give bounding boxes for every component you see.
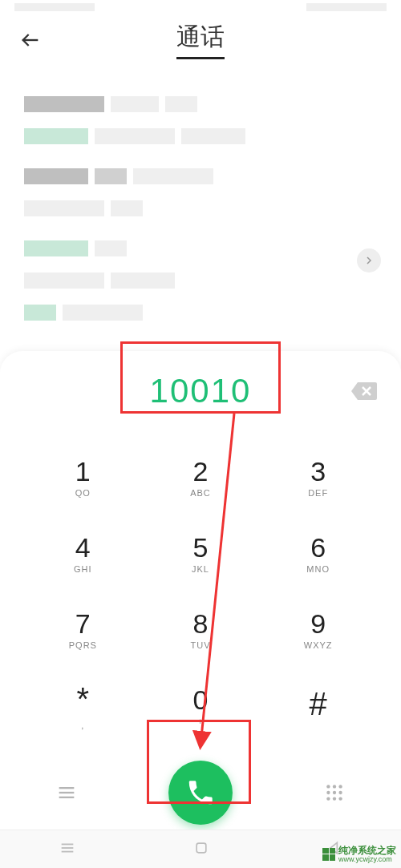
keypad: 1QO 2ABC 3DEF 4GHI 5JKL 6MNO 7PQRS 8TUV …: [0, 431, 401, 744]
watermark: 纯净系统之家 www.ycwjzy.com: [322, 846, 396, 863]
key-star[interactable]: *,: [24, 668, 142, 744]
key-1[interactable]: 1QO: [24, 439, 142, 515]
svg-point-13: [332, 797, 335, 800]
dialed-number-area: 10010: [0, 351, 401, 431]
svg-point-8: [338, 785, 342, 788]
call-list: [0, 88, 401, 353]
backspace-button[interactable]: [350, 381, 377, 402]
svg-rect-19: [196, 843, 206, 853]
backspace-icon: [350, 381, 377, 402]
nav-recents[interactable]: [59, 839, 76, 860]
key-6[interactable]: 6MNO: [259, 515, 377, 591]
svg-point-14: [338, 797, 342, 800]
key-8[interactable]: 8TUV: [142, 591, 260, 668]
svg-point-7: [332, 785, 335, 788]
key-0[interactable]: 0+: [142, 668, 260, 744]
app-header: 通话: [0, 0, 401, 80]
watermark-line1: 纯净系统之家: [338, 846, 396, 856]
page-title: 通话: [176, 21, 225, 59]
phone-icon: [185, 777, 216, 808]
svg-point-12: [326, 797, 330, 800]
menu-icon: [55, 781, 78, 804]
svg-point-6: [326, 785, 330, 788]
svg-point-11: [338, 791, 342, 794]
key-2[interactable]: 2ABC: [142, 439, 260, 515]
key-3[interactable]: 3DEF: [259, 439, 377, 515]
key-4[interactable]: 4GHI: [24, 515, 142, 591]
svg-point-9: [326, 791, 330, 794]
keypad-toggle-button[interactable]: [267, 782, 401, 803]
watermark-line2: www.ycwjzy.com: [338, 856, 396, 863]
back-button[interactable]: [14, 24, 47, 56]
arrow-left-icon: [19, 29, 42, 51]
call-button[interactable]: [168, 761, 233, 825]
action-row: [0, 749, 401, 837]
dialed-number: 10010: [150, 372, 252, 410]
grid-icon: [324, 782, 345, 803]
menu-icon: [59, 839, 76, 857]
key-7[interactable]: 7PQRS: [24, 591, 142, 668]
chevron-right-icon[interactable]: [357, 248, 381, 273]
key-5[interactable]: 5JKL: [142, 515, 260, 591]
svg-point-10: [332, 791, 335, 794]
key-hash[interactable]: #: [259, 668, 377, 744]
key-9[interactable]: 9WXYZ: [259, 591, 377, 668]
dialer-panel: 10010 1QO 2ABC 3DEF 4GHI 5JKL 6MNO 7PQRS…: [0, 351, 401, 830]
menu-button[interactable]: [0, 781, 134, 804]
square-icon: [193, 840, 209, 856]
nav-home[interactable]: [193, 840, 209, 859]
watermark-logo-icon: [322, 848, 335, 861]
